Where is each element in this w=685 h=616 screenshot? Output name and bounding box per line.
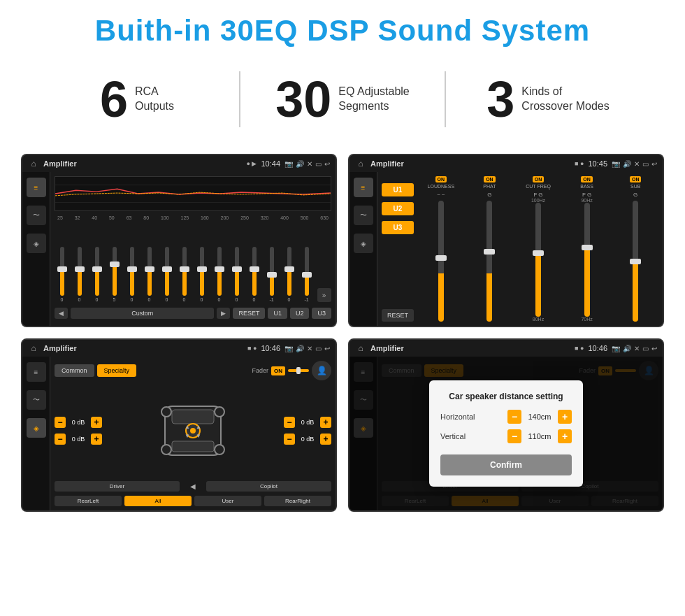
common-tab[interactable]: Common bbox=[55, 364, 94, 377]
loudness-slider[interactable] bbox=[438, 201, 444, 322]
dialog-horizontal-control: − 140cm + bbox=[507, 410, 572, 424]
eq-prev-btn[interactable]: ◀ bbox=[55, 308, 68, 319]
phat-g-label: G bbox=[487, 192, 491, 198]
phat-slider[interactable] bbox=[486, 201, 492, 322]
crossover-home-icon: ⌂ bbox=[355, 158, 366, 169]
freq-500: 500 bbox=[301, 215, 309, 220]
eq-u2-btn[interactable]: U2 bbox=[290, 308, 310, 319]
freq-250: 250 bbox=[240, 215, 249, 220]
fl-plus-btn[interactable]: + bbox=[91, 417, 102, 428]
home-icon: ⌂ bbox=[28, 158, 39, 169]
eq-status-bar: ⌂ Amplifier ● ▶ 10:44 📷 🔊 ✕ ▭ ↩ bbox=[22, 155, 336, 172]
battery-icon-3: ▭ bbox=[315, 345, 322, 352]
fader-slider[interactable] bbox=[288, 369, 309, 372]
speaker-arrow-left: ◀ bbox=[182, 481, 203, 492]
cutfreq-slider[interactable] bbox=[535, 203, 541, 317]
u3-button[interactable]: U3 bbox=[382, 221, 414, 234]
dialog-dots: ■ ● bbox=[575, 345, 584, 352]
bass-slider[interactable] bbox=[584, 203, 590, 317]
eq-slider-9: 0 bbox=[212, 247, 226, 302]
fr-minus-btn[interactable]: − bbox=[284, 417, 295, 428]
freq-200: 200 bbox=[221, 215, 229, 220]
eq-slider-13: 0 bbox=[282, 247, 296, 302]
eq-reset-btn[interactable]: RESET bbox=[233, 308, 265, 319]
volume-icon-2: 🔊 bbox=[623, 160, 631, 168]
eq-side-btn-3[interactable]: ◈ bbox=[27, 234, 46, 253]
eq-side-btn-1[interactable]: ≡ bbox=[27, 178, 46, 197]
specialty-tab[interactable]: Specialty bbox=[97, 364, 137, 377]
crossover-side-btn-3[interactable]: ◈ bbox=[354, 234, 373, 253]
u2-button[interactable]: U2 bbox=[382, 202, 414, 215]
user-btn[interactable]: User bbox=[194, 496, 261, 506]
vol-ctrl-fr: − 0 dB + bbox=[284, 417, 331, 428]
freq-40: 40 bbox=[92, 215, 97, 220]
stat-crossover: 3 Kinds ofCrossover Modes bbox=[460, 74, 636, 124]
cutfreq-freq2: 80Hz bbox=[533, 317, 544, 322]
crossover-side-btn-1[interactable]: ≡ bbox=[354, 178, 373, 197]
stat-eq: 30 EQ AdjustableSegments bbox=[254, 74, 431, 124]
eq-side-btn-2[interactable]: 〜 bbox=[27, 206, 46, 225]
camera-icon: 📷 bbox=[284, 160, 293, 168]
car-visual: ▲ ▲ ▼ ▼ bbox=[106, 392, 280, 469]
eq-u1-btn[interactable]: U1 bbox=[268, 308, 287, 319]
camera-icon-4: 📷 bbox=[612, 345, 620, 352]
freq-25: 25 bbox=[57, 215, 63, 220]
rearleft-btn[interactable]: RearLeft bbox=[55, 496, 122, 506]
rearright-btn[interactable]: RearRight bbox=[264, 496, 331, 506]
battery-icon-4: ▭ bbox=[642, 345, 649, 352]
eq-side-controls: ≡ 〜 ◈ bbox=[22, 172, 50, 326]
rr-vol-value: 0 dB bbox=[298, 436, 317, 443]
horizontal-plus-btn[interactable]: + bbox=[558, 410, 572, 424]
phat-on: ON bbox=[484, 176, 496, 182]
crossover-reset-btn[interactable]: RESET bbox=[382, 309, 414, 322]
confirm-button[interactable]: Confirm bbox=[440, 454, 572, 475]
rl-minus-btn[interactable]: − bbox=[55, 434, 66, 445]
rl-plus-btn[interactable]: + bbox=[91, 434, 102, 445]
channel-phat: ON PHAT G bbox=[467, 176, 513, 322]
copilot-btn[interactable]: Copilot bbox=[206, 481, 331, 492]
speaker-screenshot: ⌂ Amplifier ■ ● 10:46 📷 🔊 ✕ ▭ ↩ ≡ 〜 ◈ bbox=[21, 338, 337, 512]
eq-u3-btn[interactable]: U3 bbox=[312, 308, 331, 319]
fl-minus-btn[interactable]: − bbox=[55, 417, 66, 428]
driver-btn[interactable]: Driver bbox=[55, 481, 180, 492]
rr-plus-btn[interactable]: + bbox=[320, 434, 331, 445]
speaker-side-btn-3[interactable]: ◈ bbox=[27, 418, 46, 438]
svg-point-16 bbox=[215, 445, 224, 454]
horizontal-value: 140cm bbox=[526, 413, 554, 421]
u1-button[interactable]: U1 bbox=[382, 183, 414, 196]
dialog-home-icon: ⌂ bbox=[355, 343, 366, 354]
speaker-side-btn-2[interactable]: 〜 bbox=[27, 390, 46, 410]
stat-divider-1 bbox=[239, 71, 240, 127]
eq-preset-label: Custom bbox=[71, 308, 214, 319]
horizontal-minus-btn[interactable]: − bbox=[507, 410, 521, 424]
vertical-minus-btn[interactable]: − bbox=[507, 429, 521, 443]
cutfreq-label: CUT FREQ bbox=[526, 184, 551, 189]
camera-icon-3: 📷 bbox=[284, 345, 293, 352]
eq-slider-0: 0 bbox=[55, 247, 69, 302]
volume-icon-3: 🔊 bbox=[296, 345, 304, 352]
sub-slider[interactable] bbox=[633, 201, 638, 322]
stat-eq-label: EQ AdjustableSegments bbox=[338, 85, 409, 114]
all-btn[interactable]: All bbox=[124, 496, 192, 506]
sub-label: SUB bbox=[630, 184, 640, 189]
vol-ctrl-rr: − 0 dB + bbox=[284, 434, 331, 445]
loudness-curve-labels: ~~ bbox=[437, 192, 445, 198]
rr-minus-btn[interactable]: − bbox=[284, 434, 295, 445]
fr-plus-btn[interactable]: + bbox=[320, 417, 331, 428]
speaker-side-controls: ≡ 〜 ◈ bbox=[22, 357, 50, 510]
freq-125: 125 bbox=[180, 215, 189, 220]
eq-bottom-bar: ◀ Custom ▶ RESET U1 U2 U3 bbox=[55, 305, 331, 322]
wifi-icon-4: ✕ bbox=[634, 345, 640, 352]
vertical-plus-btn[interactable]: + bbox=[558, 429, 572, 443]
eq-status-time: 10:44 bbox=[261, 159, 280, 168]
eq-slider-arrow[interactable]: » bbox=[317, 288, 331, 302]
page-container: Buith-in 30EQ DSP Sound System 6 RCAOutp… bbox=[0, 0, 685, 526]
eq-next-btn[interactable]: ▶ bbox=[217, 308, 230, 319]
profile-btn[interactable]: 👤 bbox=[312, 361, 331, 380]
speaker-side-btn-1[interactable]: ≡ bbox=[27, 362, 46, 382]
eq-slider-5: 0 bbox=[142, 247, 157, 302]
bass-freq2: 70Hz bbox=[581, 317, 592, 322]
eq-more-arrow[interactable]: » bbox=[317, 288, 331, 302]
crossover-side-btn-2[interactable]: 〜 bbox=[354, 206, 373, 225]
dialog-status-bar: ⌂ Amplifier ■ ● 10:46 📷 🔊 ✕ ▭ ↩ bbox=[349, 340, 663, 357]
